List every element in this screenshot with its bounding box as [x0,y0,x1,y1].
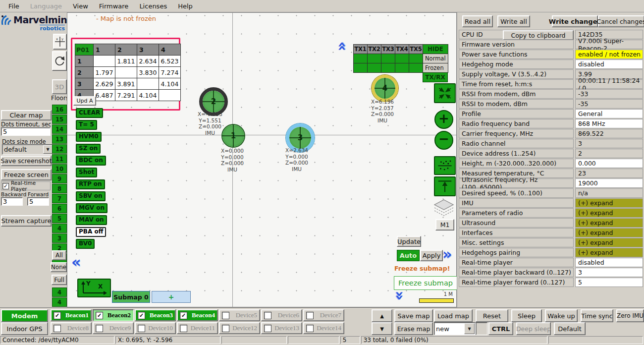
device-button-device11[interactable]: Device11 [177,322,218,334]
freeze-screen-button[interactable]: Freeze screen [1,169,52,180]
param-value[interactable]: 5 [575,278,643,287]
device-button-beacon1[interactable]: Beacon1 [51,309,92,321]
zero-imu-button[interactable]: Zero IMU [616,309,644,322]
deep-sleep-button[interactable]: Deep sleep [516,322,551,335]
strip-bottom-cell[interactable]: 4 [52,288,67,297]
param-value[interactable]: 868 MHz [575,119,643,128]
device-button-device6[interactable]: Device6 [261,309,302,321]
menu-item-view[interactable]: View [67,1,94,11]
floor-cell-3[interactable]: 3 [52,233,67,243]
copy-to-clipboard-button[interactable]: Copy to clipboard [503,30,574,40]
zoom-in-button[interactable] [434,110,453,129]
strip-bottom-cell[interactable]: 4 [52,297,67,307]
reset-button[interactable]: Reset [476,309,508,322]
map-canvas[interactable]: - Map is not frozen P01123411.8112.6346.… [67,12,457,307]
map-btn-rtp-on[interactable]: RTP on [76,179,105,189]
param-value[interactable]: 2 [575,149,643,158]
sleep-button[interactable]: Sleep [511,309,542,322]
floor-cell-14[interactable]: 14 [52,124,67,134]
menu-item-firmware[interactable]: Firmware [94,1,134,11]
modem-button[interactable]: Modem [1,309,48,322]
floors-all-button[interactable]: All [52,250,66,260]
raise-up-button[interactable] [434,176,456,196]
scroll-up-button[interactable]: ▲ [372,309,392,322]
map-btn-clear[interactable]: CLEAR [76,108,103,118]
device-checkbox[interactable] [306,312,314,319]
txrx-button[interactable]: TX/RX [423,72,448,82]
device-checkbox[interactable] [306,325,314,332]
crosshair-tool-button[interactable]: xy [53,34,67,50]
rotate-tool-button[interactable] [52,51,67,71]
map-btn-pba-off[interactable]: PBA off [76,227,106,237]
menu-item-language[interactable]: Language [25,1,67,11]
chevron-down-icon[interactable] [43,145,53,154]
indoor-gps-button[interactable]: Indoor GPS [1,322,48,335]
backward-input[interactable] [1,197,23,206]
tx-cell[interactable] [354,54,368,63]
map-btn-mav-on[interactable]: MAV on [76,215,107,225]
param-value[interactable]: 3 [575,268,643,277]
param-value[interactable]: 23 [575,169,643,178]
map-btn-bv0[interactable]: BV0 [76,239,95,249]
param-value[interactable]: (+) expand [575,238,643,247]
device-checkbox[interactable] [54,312,61,319]
submap-0-button[interactable]: Submap 0 [112,291,150,303]
tx-hide-button[interactable]: HIDE [423,45,448,54]
scroll-down-button[interactable]: ▼ [372,322,392,335]
clear-map-button[interactable]: Clear map [1,110,52,120]
floor-cell-8[interactable]: 8 [52,184,67,193]
tx-cell[interactable] [409,54,423,63]
save-screenshot-button[interactable]: Save screenshot [1,156,52,166]
tx-cell[interactable] [368,63,381,73]
fit-view-button[interactable] [434,83,456,103]
freeze-submap-button[interactable]: Freeze submap [394,276,457,290]
tx-cell[interactable] [368,54,381,63]
param-value[interactable]: V7.000i Super-Beacon-2 [575,40,643,49]
upd-a-button[interactable]: Upd A [73,96,96,106]
device-checkbox[interactable] [54,325,61,332]
floor-cell-15[interactable]: 15 [52,115,67,124]
floor-cell-9[interactable]: 9 [52,174,67,183]
dots-size-mode-select[interactable]: default [2,144,54,155]
device-button-device10[interactable]: Device10 [135,322,176,334]
read-all-button[interactable]: Read all [462,15,493,27]
map-btn-hvm0[interactable]: HVM0 [76,132,102,142]
param-value[interactable]: (+) expand [575,198,643,208]
device-button-beacon4[interactable]: Beacon4 [177,309,218,321]
device-checkbox[interactable] [180,325,187,332]
write-all-button[interactable]: Write all [497,15,530,27]
param-value[interactable]: (+) expand [575,228,643,237]
stream-capture-button[interactable]: Stream capture [1,215,52,227]
param-value[interactable]: (+) expand [575,208,643,218]
device-checkbox[interactable] [96,312,103,319]
map-select[interactable]: new [434,322,476,335]
tx-cell[interactable] [395,63,409,73]
floors-none-button[interactable]: None [51,262,67,272]
device-button-device7[interactable]: Device7 [303,309,344,321]
forward-input[interactable] [27,197,49,206]
device-checkbox[interactable] [180,312,187,319]
dots-view-button[interactable] [434,156,456,175]
chevron-down-double-icon[interactable]: » [394,291,405,299]
erase-map-button[interactable]: Erase map [394,322,433,335]
auto-button[interactable]: Auto [397,250,420,261]
write-changes-button[interactable]: Write changes [552,15,598,27]
cancel-changes-button[interactable]: Cancel changes [598,15,644,27]
device-button-beacon3[interactable]: Beacon3 [135,309,176,321]
tx-cell[interactable] [381,54,395,63]
floor-cell-10[interactable]: 10 [52,164,67,173]
device-button-device5[interactable]: Device5 [219,309,260,321]
param-value[interactable]: General [575,109,643,118]
floor-cell-16[interactable]: 16 [52,105,67,114]
param-value[interactable]: 00:00:11 / 11:58:24 / 0 [575,79,643,89]
device-checkbox[interactable] [96,325,103,332]
chevron-down-icon[interactable] [464,323,475,334]
floor-cell-6[interactable]: 6 [52,204,67,213]
param-value[interactable]: disabled [575,258,643,267]
realtime-player-checkbox[interactable] [2,183,9,189]
param-value[interactable]: -33 [575,89,643,99]
device-checkbox[interactable] [138,325,145,332]
map-btn-sz-on[interactable]: SZ on [76,144,101,154]
device-checkbox[interactable] [138,312,145,319]
floor-cell-11[interactable]: 11 [52,154,67,164]
